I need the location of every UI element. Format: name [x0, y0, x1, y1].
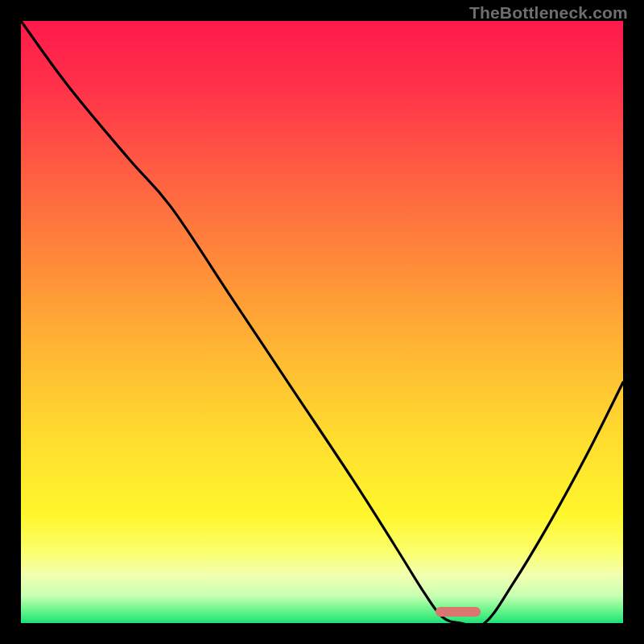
watermark-text: TheBottleneck.com: [469, 3, 628, 23]
chart-container: TheBottleneck.com: [0, 0, 644, 644]
plot-area: [21, 21, 623, 623]
bottleneck-curve: [21, 21, 623, 623]
optimal-marker: [436, 607, 481, 617]
